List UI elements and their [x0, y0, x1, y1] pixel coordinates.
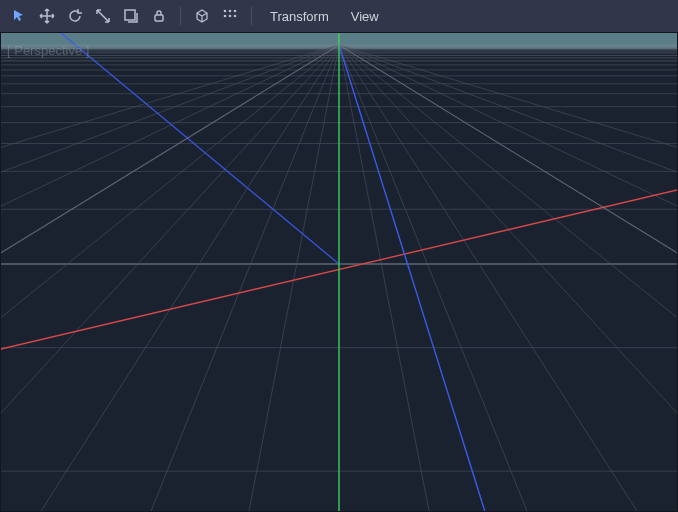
- svg-point-7: [234, 15, 237, 18]
- perspective-button[interactable]: [189, 3, 215, 29]
- transform-menu[interactable]: Transform: [260, 5, 339, 28]
- lock-button[interactable]: [146, 3, 172, 29]
- svg-point-6: [229, 15, 232, 18]
- scale-tool-button[interactable]: [90, 3, 116, 29]
- cube-icon: [194, 8, 210, 24]
- rotate-icon: [67, 8, 83, 24]
- select-tool-button[interactable]: [6, 3, 32, 29]
- object-list-button[interactable]: [118, 3, 144, 29]
- snap-button[interactable]: [217, 3, 243, 29]
- rotate-tool-button[interactable]: [62, 3, 88, 29]
- svg-point-5: [224, 15, 227, 18]
- svg-point-2: [224, 10, 227, 13]
- scale-icon: [95, 8, 111, 24]
- lock-icon: [151, 8, 167, 24]
- select-arrow-icon: [11, 8, 27, 24]
- toolbar-separator: [251, 7, 252, 25]
- object-list-icon: [123, 8, 139, 24]
- toolbar-separator: [180, 7, 181, 25]
- move-tool-button[interactable]: [34, 3, 60, 29]
- viewport-toolbar: Transform View: [0, 0, 678, 32]
- 3d-viewport[interactable]: [ Perspective ]: [0, 32, 678, 512]
- svg-rect-1: [155, 15, 163, 21]
- svg-rect-0: [125, 10, 135, 20]
- svg-point-4: [234, 10, 237, 13]
- viewport-grid: [1, 33, 677, 511]
- snap-icon: [222, 8, 238, 24]
- move-icon: [39, 8, 55, 24]
- view-menu[interactable]: View: [341, 5, 389, 28]
- svg-point-3: [229, 10, 232, 13]
